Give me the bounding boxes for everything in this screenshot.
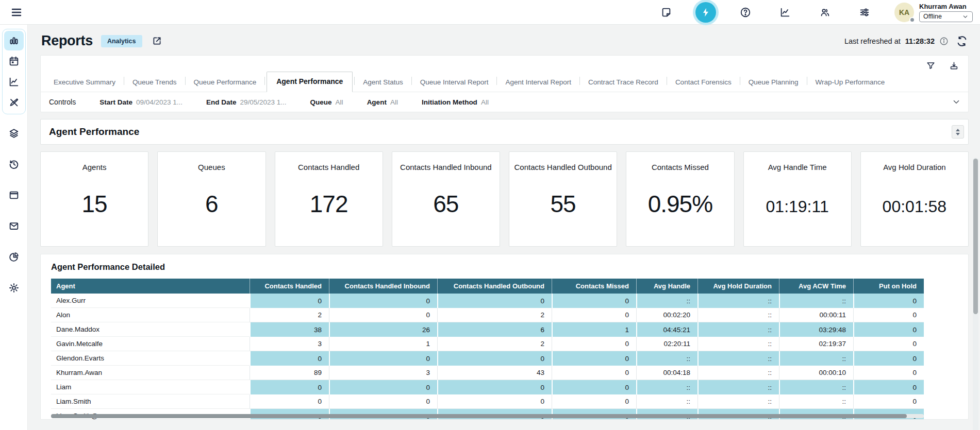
tab-agent-status[interactable]: Agent Status	[356, 74, 409, 92]
table-row: Glendon.Evarts0000::::::0	[51, 351, 924, 366]
control-label: Start Date	[99, 98, 132, 106]
tab-executive-summary[interactable]: Executive Summary	[47, 74, 122, 92]
column-header-contacts-handled-outbound[interactable]: Contacts Handled Outbound	[437, 279, 552, 294]
value-cell: ::	[697, 366, 779, 380]
horizontal-scrollbar[interactable]	[51, 414, 924, 418]
control-initiation-method[interactable]: Initiation MethodAll	[422, 98, 489, 106]
value-cell: 0	[329, 308, 437, 322]
horizontal-scrollbar-thumb[interactable]	[51, 414, 907, 418]
kpi-card-agents: Agents15	[40, 151, 148, 247]
sidebar-items	[4, 124, 24, 298]
tab-contact-forensics[interactable]: Contact Forensics	[669, 74, 738, 92]
info-button[interactable]	[939, 37, 949, 46]
section-title: Agent Performance	[49, 126, 139, 137]
pie-chart-icon	[8, 251, 20, 263]
control-queue[interactable]: QueueAll	[310, 98, 343, 106]
sidebar-mail-button[interactable]	[4, 216, 24, 236]
kpi-label: Contacts Missed	[652, 163, 709, 171]
column-header-contacts-handled-inbound[interactable]: Contacts Handled Inbound	[329, 279, 437, 294]
help-button[interactable]	[735, 2, 756, 23]
column-header-contacts-handled[interactable]: Contacts Handled	[250, 279, 329, 294]
section-stepper[interactable]	[952, 125, 964, 139]
refresh-button[interactable]	[956, 36, 968, 47]
value-cell: 04:45:21	[636, 322, 697, 337]
filter-button[interactable]	[926, 61, 936, 71]
table-title: Agent Performance Detailed	[51, 262, 958, 272]
agent-name-cell: Alon	[51, 308, 250, 322]
table-header-row: AgentContacts HandledContacts Handled In…	[51, 279, 924, 294]
kpi-card-contacts-missed: Contacts Missed0.95%	[626, 151, 734, 247]
kpi-value: 01:19:11	[766, 197, 829, 216]
hamburger-menu-button[interactable]	[8, 4, 25, 21]
chevron-down-icon	[962, 13, 969, 20]
tab-separator	[411, 77, 412, 85]
tab-separator	[124, 77, 124, 85]
users-icon	[819, 7, 830, 18]
tab-queue-performance[interactable]: Queue Performance	[187, 74, 263, 92]
sidebar-history-button[interactable]	[4, 154, 24, 174]
sliders-button[interactable]	[854, 2, 875, 23]
hamburger-icon	[10, 6, 23, 19]
value-cell: 0	[552, 294, 636, 308]
value-cell: 00:04:18	[636, 366, 697, 380]
vertical-scrollbar[interactable]	[973, 158, 978, 430]
sidebar-layers-button[interactable]	[4, 124, 24, 143]
tab-queue-planning[interactable]: Queue Planning	[742, 74, 805, 92]
kpi-label: Avg Hold Duration	[883, 163, 945, 171]
value-cell: ::	[779, 294, 853, 308]
agent-name-cell: Gavin.Metcalfe	[51, 337, 250, 351]
tab-agent-interval-report[interactable]: Agent Interval Report	[499, 74, 578, 92]
tab-queue-interval-report[interactable]: Queue Interval Report	[413, 74, 495, 92]
sidebar-pie-chart-button[interactable]	[4, 247, 24, 267]
column-header-put-on-hold[interactable]: Put on Hold	[853, 279, 924, 294]
notes-button[interactable]	[656, 2, 676, 23]
column-header-agent[interactable]: Agent	[51, 279, 250, 294]
sidebar-line-chart-button[interactable]	[4, 72, 24, 92]
download-icon	[949, 61, 959, 71]
last-refreshed-time: 11:28:32	[905, 37, 935, 45]
control-label: Agent	[367, 98, 387, 106]
help-icon	[740, 7, 751, 18]
agent-performance-table: AgentContacts HandledContacts Handled In…	[51, 279, 924, 420]
sidebar-bar-chart-button[interactable]	[4, 31, 24, 50]
control-start-date[interactable]: Start Date09/04/2023 1...	[99, 98, 182, 106]
line-chart-button[interactable]	[775, 2, 795, 23]
analytics-badge: Analytics	[101, 35, 142, 47]
value-cell: 0	[250, 394, 329, 409]
kpi-label: Queues	[198, 163, 225, 171]
column-header-avg-acw-time[interactable]: Avg ACW Time	[779, 279, 853, 294]
report-tabs: Executive SummaryQueue TrendsQueue Perfo…	[41, 72, 968, 92]
value-cell: 0	[437, 351, 552, 366]
lightning-button[interactable]	[695, 2, 716, 23]
value-cell: 89	[250, 366, 329, 380]
tab-contract-trace-record[interactable]: Contract Trace Record	[582, 74, 665, 92]
sidebar-calendar-button[interactable]	[4, 51, 24, 71]
column-header-avg-hold-duration[interactable]: Avg Hold Duration	[697, 279, 779, 294]
open-in-new-tab-button[interactable]	[152, 36, 162, 46]
value-cell: 0	[853, 322, 924, 337]
status-select[interactable]: Offline	[919, 11, 973, 22]
sidebar-window-button[interactable]	[4, 185, 24, 205]
layers-icon	[8, 128, 20, 139]
vertical-scrollbar-thumb[interactable]	[973, 159, 978, 314]
download-button[interactable]	[949, 61, 959, 71]
tab-wrap-up-performance[interactable]: Wrap-Up Performance	[809, 74, 892, 92]
column-header-contacts-missed[interactable]: Contacts Missed	[552, 279, 636, 294]
sidebar-gear-button[interactable]	[4, 278, 24, 298]
table-row: Dane.Maddox38266104:45:21::03:29:480	[51, 322, 924, 337]
value-cell: 0	[250, 351, 329, 366]
history-icon	[8, 159, 20, 170]
users-button[interactable]	[815, 2, 835, 23]
value-cell: 0	[552, 308, 636, 322]
section-header: Agent Performance	[40, 119, 969, 145]
kpi-card-queues: Queues6	[157, 151, 265, 247]
column-header-avg-handle[interactable]: Avg Handle	[636, 279, 697, 294]
tab-agent-performance[interactable]: Agent Performance	[267, 72, 353, 92]
sidebar-design-button[interactable]	[4, 93, 24, 112]
control-agent[interactable]: AgentAll	[367, 98, 398, 106]
control-end-date[interactable]: End Date29/05/2023 1...	[206, 98, 287, 106]
controls-collapse-button[interactable]	[952, 97, 961, 107]
tab-queue-trends[interactable]: Queue Trends	[126, 74, 184, 92]
avatar[interactable]: KA	[894, 3, 914, 22]
tab-separator	[496, 77, 497, 85]
